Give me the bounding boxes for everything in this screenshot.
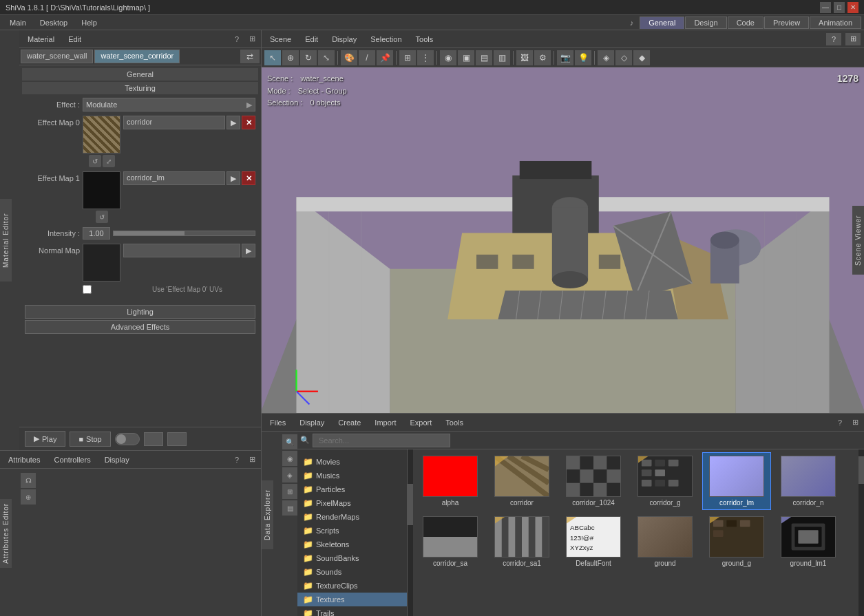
scene-settings-icon[interactable]: ⊞ <box>845 33 861 45</box>
use-uvs-checkbox[interactable] <box>83 285 92 294</box>
mat-menu-edit[interactable]: Edit <box>63 34 87 45</box>
mat-help-icon[interactable]: ? <box>231 33 243 45</box>
tree-item-soundbanks[interactable]: 📁 SoundBanks <box>297 551 407 565</box>
mat-settings-icon[interactable]: ⊞ <box>246 33 258 45</box>
rotate-tool[interactable]: ↻ <box>300 50 317 65</box>
file-corridor-g[interactable]: corridor_g <box>631 452 699 510</box>
search-input[interactable] <box>313 434 450 447</box>
file-corridor-lm[interactable]: corridor_lm <box>702 452 771 510</box>
extra-btn-1[interactable]: ◈ <box>598 50 614 65</box>
files-scrollbar-thumb[interactable] <box>858 456 864 484</box>
section-general[interactable]: General <box>22 68 258 81</box>
data-icon-4[interactable]: ▤ <box>282 500 297 516</box>
paint-tool[interactable]: 🎨 <box>341 50 357 65</box>
tree-item-musics[interactable]: 📁 Musics <box>297 469 407 482</box>
scene-menu-selection[interactable]: Selection <box>365 34 407 45</box>
tree-item-pixelmaps[interactable]: 📁 PixelMaps <box>297 496 407 510</box>
scale-tool[interactable]: ⤡ <box>318 50 335 65</box>
effect-map-0-arrow[interactable]: ▶ <box>226 116 240 129</box>
intensity-slider[interactable] <box>113 231 255 236</box>
scene-menu-display[interactable]: Display <box>326 34 362 45</box>
data-menu-display[interactable]: Display <box>294 417 330 428</box>
tab-design[interactable]: Design <box>685 17 726 29</box>
attrs-settings-icon[interactable]: ⊞ <box>246 454 258 466</box>
tree-item-textures[interactable]: 📁 Textures <box>297 593 407 606</box>
playbar-option-1[interactable] <box>144 432 163 446</box>
section-texturing[interactable]: Texturing <box>22 82 258 94</box>
nav-icon[interactable]: ♪ <box>630 19 634 27</box>
tree-item-scripts[interactable]: 📁 Scripts <box>297 524 407 538</box>
scene-help-icon[interactable]: ? <box>826 33 841 45</box>
render-tool-2[interactable]: ▣ <box>458 50 474 65</box>
scene-menu-tools[interactable]: Tools <box>410 34 439 45</box>
data-icon-2[interactable]: ◈ <box>282 467 297 482</box>
attrs-icon-1[interactable]: ☊ <box>21 473 36 488</box>
effect-map-1-thumb[interactable] <box>83 171 120 209</box>
menu-help[interactable]: Help <box>74 17 104 28</box>
play-button[interactable]: ▶ Play <box>25 431 65 447</box>
effect-map-1-arrow[interactable]: ▶ <box>226 171 240 185</box>
data-menu-create[interactable]: Create <box>333 417 366 428</box>
display-btn-2[interactable]: ⚙ <box>534 50 551 65</box>
data-icon-3[interactable]: ⊞ <box>282 484 297 499</box>
data-icon-1[interactable]: ◉ <box>282 451 297 466</box>
file-alpha[interactable]: alpha <box>416 452 485 510</box>
tree-scrollbar[interactable] <box>408 449 413 616</box>
attrs-menu-attributes[interactable]: Attributes <box>3 454 45 465</box>
mat-menu-material[interactable]: Material <box>22 34 60 45</box>
tree-item-skeletons[interactable]: 📁 Skeletons <box>297 538 407 551</box>
data-menu-tools[interactable]: Tools <box>440 417 469 428</box>
attrs-menu-display[interactable]: Display <box>99 454 135 465</box>
extra-btn-2[interactable]: ◇ <box>615 50 632 65</box>
grid-tool[interactable]: ⊞ <box>399 50 416 65</box>
scene-canvas[interactable]: Scene : water_scene Mode : Select - Grou… <box>262 67 864 413</box>
tab-animation[interactable]: Animation <box>810 17 861 29</box>
edit-tool[interactable]: / <box>359 50 375 65</box>
scene-menu-scene[interactable]: Scene <box>264 34 297 45</box>
snap-tool[interactable]: ⋮ <box>417 50 434 65</box>
files-scrollbar[interactable] <box>858 449 864 616</box>
file-corridor[interactable]: corridor <box>487 452 556 510</box>
stop-button[interactable]: ■ Stop <box>70 432 110 447</box>
tree-item-rendermaps[interactable]: 📁 RenderMaps <box>297 510 407 524</box>
tab-code[interactable]: Code <box>728 17 763 29</box>
file-corridor-n[interactable]: corridor_n <box>774 452 843 510</box>
playbar-option-2[interactable] <box>167 432 187 446</box>
file-ground-g[interactable]: ground_g <box>702 513 771 571</box>
file-corridor-sa1[interactable]: corridor_sa1 <box>487 513 556 571</box>
effect-map-0-expand[interactable]: ⤢ <box>103 155 115 167</box>
tree-item-textureclips[interactable]: 📁 TextureClips <box>297 579 407 593</box>
file-ground-lm1[interactable]: ground_lm1 <box>774 513 843 571</box>
tree-item-particles[interactable]: 📁 Particles <box>297 482 407 496</box>
display-btn-1[interactable]: 🖼 <box>516 50 533 65</box>
minimize-button[interactable]: — <box>820 2 831 13</box>
tab-general[interactable]: General <box>640 17 684 29</box>
effect-map-0-thumb[interactable] <box>83 116 120 153</box>
normal-map-arrow[interactable]: ▶ <box>242 244 255 257</box>
effect-map-1-reload[interactable]: ↺ <box>96 211 108 223</box>
effect-map-1-delete[interactable]: ✕ <box>242 171 255 185</box>
scene-menu-edit[interactable]: Edit <box>299 34 324 45</box>
mat-tab-corridor[interactable]: water_scene_corridor <box>94 50 180 63</box>
file-corridor-1024[interactable]: corridor_1024 <box>559 452 628 510</box>
tree-item-movies[interactable]: 📁 Movies <box>297 455 407 469</box>
tree-item-trails[interactable]: 📁 Trails <box>297 606 407 616</box>
tab-preview[interactable]: Preview <box>764 17 809 29</box>
effect-map-0-reload[interactable]: ↺ <box>89 155 101 167</box>
intensity-value[interactable]: 1.00 <box>83 227 110 240</box>
file-corridor-sa[interactable]: corridor_sa <box>416 513 485 571</box>
advanced-effects-button[interactable]: Advanced Effects <box>25 320 255 334</box>
move-tool[interactable]: ⊕ <box>282 50 299 65</box>
file-ground[interactable]: ground <box>631 513 699 571</box>
mat-tab-wall[interactable]: water_scene_wall <box>21 50 93 63</box>
attrs-menu-controllers[interactable]: Controllers <box>48 454 96 465</box>
lighting-button[interactable]: Lighting <box>25 305 255 319</box>
playbar-toggle[interactable] <box>115 433 140 445</box>
data-help-icon[interactable]: ? <box>834 416 846 429</box>
menu-main[interactable]: Main <box>3 17 33 28</box>
select-tool[interactable]: ↖ <box>264 50 281 65</box>
maximize-button[interactable]: □ <box>834 2 845 13</box>
data-menu-files[interactable]: Files <box>264 417 291 428</box>
cam-btn[interactable]: 📷 <box>557 50 573 65</box>
light-btn[interactable]: 💡 <box>575 50 591 65</box>
